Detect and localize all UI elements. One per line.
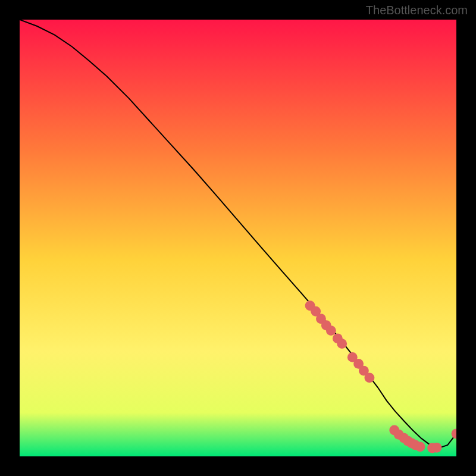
plot-area bbox=[20, 20, 456, 456]
watermark-text: TheBottleneck.com bbox=[366, 4, 468, 17]
data-point bbox=[415, 441, 425, 452]
bottleneck-curve bbox=[20, 20, 456, 448]
data-point bbox=[326, 325, 336, 336]
data-point bbox=[364, 372, 374, 383]
data-point bbox=[337, 339, 347, 349]
chart-stage: TheBottleneck.com bbox=[0, 0, 476, 476]
data-point bbox=[432, 443, 442, 453]
curve-layer bbox=[20, 20, 456, 456]
data-point bbox=[452, 428, 456, 439]
